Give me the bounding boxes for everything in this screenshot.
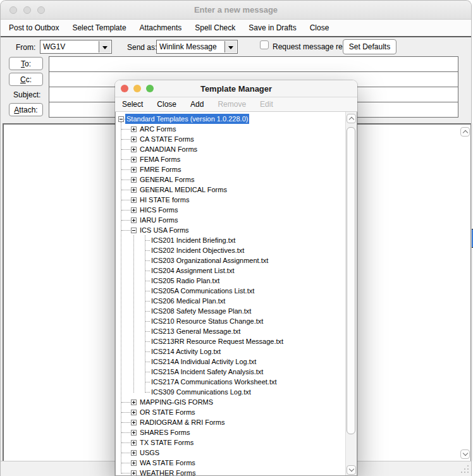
tree-item-ics215a-incident-safety-analysis-txt[interactable]: ICS215A Incident Safety Analysis.txt [116,367,345,377]
expand-plus-icon[interactable] [131,410,137,415]
expand-plus-icon[interactable] [131,197,137,203]
tree-item-fema-forms[interactable]: FEMA Forms [116,154,345,164]
dialog-titlebar[interactable]: Template Manager [115,80,357,97]
tree-item-ics210-resource-status-change-txt[interactable]: ICS210 Resource Status Change.txt [116,316,345,326]
set-defaults-button[interactable]: Set Defaults [343,39,396,54]
menu-item-select-template[interactable]: Select Template [72,23,126,32]
expand-plus-icon[interactable] [131,440,137,446]
tree-item-label: ICS203 Organizational Assignment.txt [150,255,269,265]
tree-item-label: GENERAL MEDICAL Forms [138,185,228,195]
menu-item-spell-check[interactable]: Spell Check [195,23,235,32]
tree-connector [145,240,150,241]
tree-item-hi-state-forms[interactable]: HI STATE forms [116,195,345,205]
tree-item-ics214-activity-log-txt[interactable]: ICS214 Activity Log.txt [116,346,345,357]
tree-item-shares-forms[interactable]: SHARES Forms [116,427,345,437]
expand-plus-icon[interactable] [131,126,137,132]
tree-item-ics205-radio-plan-txt[interactable]: ICS205 Radio Plan.txt [116,276,345,286]
tree-item-ics217a-communications-worksheet-txt[interactable]: ICS217A Communications Worksheet.txt [116,377,345,387]
expand-plus-icon[interactable] [131,470,137,476]
tree-item-ics204-assignment-list-txt[interactable]: ICS204 Assignment List.txt [116,265,345,276]
tree-item-wa-state-forms[interactable]: WA STATE Forms [116,458,345,468]
from-combobox[interactable]: WG1V [40,40,112,54]
tree-item-iaru-forms[interactable]: IARU Forms [116,215,345,225]
expand-plus-icon[interactable] [131,187,137,193]
tree-item-usgs[interactable]: USGS [116,448,345,458]
tree-item-label: ICS213RR Resource Request Message.txt [150,336,285,346]
expand-plus-icon[interactable] [131,207,137,213]
cc-button[interactable]: Cc: [9,73,43,86]
expand-plus-icon[interactable] [131,450,137,456]
from-label: From: [16,43,35,52]
dialog-menu-item-close[interactable]: Close [157,100,176,109]
tree-scroll-up-button[interactable] [347,114,356,123]
tree-item-label: FMRE Forms [138,164,182,174]
tree-item-general-medical-forms[interactable]: GENERAL MEDICAL Forms [116,185,345,195]
tree-item-general-forms[interactable]: GENERAL Forms [116,174,345,185]
tree-item-ics309-communications-log-txt[interactable]: ICS309 Communications Log.txt [116,387,345,397]
tree-item-mapping-gis-forms[interactable]: MAPPING-GIS FORMS [116,397,345,407]
tree-item-ca-state-forms[interactable]: CA STATE Forms [116,134,345,144]
body-scroll-down-button[interactable] [460,449,470,459]
expand-plus-icon[interactable] [131,217,137,223]
dialog-menu-item-add[interactable]: Add [190,100,204,109]
tree-connector [145,372,150,372]
from-dropdown-button[interactable] [99,41,111,52]
tree-item-ics206-medical-plan-txt[interactable]: ICS206 Medical Plan.txt [116,296,345,306]
template-tree: Standard Templates (version 1.0.228.0)AR… [115,112,357,476]
menu-item-post-to-outbox[interactable]: Post to Outbox [9,23,59,32]
tree-connector [121,149,130,150]
tree-item-fmre-forms[interactable]: FMRE Forms [116,164,345,174]
expand-plus-icon[interactable] [131,167,137,173]
tree-item-ics202-incident-objectives-txt[interactable]: ICS202 Incident Objectives.txt [116,245,345,255]
tree-scroll-down-button[interactable] [347,465,356,475]
tree-item-weather-forms[interactable]: WEATHER Forms [116,468,345,476]
expand-plus-icon[interactable] [131,430,137,436]
to-button[interactable]: To: [9,57,43,70]
tree-item-label: MAPPING-GIS FORMS [138,397,214,407]
tree-item-label: ICS217A Communications Worksheet.txt [150,377,278,387]
tree-item-ics-usa-forms[interactable]: ICS USA Forms [116,225,345,235]
tree-item-standard-templates-version-1-0-228-0[interactable]: Standard Templates (version 1.0.228.0) [116,114,345,124]
menu-item-attachments[interactable]: Attachments [140,23,182,32]
tree-item-ics213rr-resource-request-message-txt[interactable]: ICS213RR Resource Request Message.txt [116,336,345,346]
tree-item-hics-forms[interactable]: HICS Forms [116,205,345,215]
dialog-menu-item-select[interactable]: Select [122,100,143,109]
tree-item-tx-state-forms[interactable]: TX STATE Forms [116,437,345,448]
tree-item-label: ICS205 Radio Plan.txt [150,276,221,286]
expand-plus-icon[interactable] [131,157,137,162]
expand-plus-icon[interactable] [131,137,137,142]
tree-item-arc-forms[interactable]: ARC Forms [116,124,345,134]
menu-item-close[interactable]: Close [310,23,329,32]
dialog-menu-item-remove: Remove [218,100,246,109]
expand-plus-icon[interactable] [131,177,137,183]
tree-item-ics201-incident-briefing-txt[interactable]: ICS201 Incident Briefing.txt [116,235,345,245]
tree-item-ics214a-individual-activity-log-txt[interactable]: ICS214A Individual Activity Log.txt [116,357,345,367]
tree-item-canadian-forms[interactable]: CANADIAN Forms [116,144,345,154]
request-receipt-checkbox[interactable] [260,40,269,49]
expand-plus-icon[interactable] [131,400,137,405]
tree-item-ics203-organizational-assignment-txt[interactable]: ICS203 Organizational Assignment.txt [116,255,345,265]
send-as-dropdown-button[interactable] [224,41,236,52]
tree-item-ics208-safety-message-plan-txt[interactable]: ICS208 Safety Message Plan.txt [116,306,345,316]
expand-plus-icon[interactable] [131,147,137,152]
tree-item-radiogram-rri-forms[interactable]: RADIOGRAM & RRI Forms [116,417,345,427]
expand-plus-icon[interactable] [131,420,137,425]
main-titlebar[interactable]: Enter a new message [1,1,471,20]
toolbar-separator [1,36,471,37]
tree-item-ics205a-communications-list-txt[interactable]: ICS205A Communications List.txt [116,286,345,296]
send-as-combobox[interactable]: Winlink Message [156,40,238,54]
dropdown-arrow-icon [228,46,233,49]
resize-grip-icon[interactable] [461,465,469,473]
tree-item-label: HI STATE forms [138,195,190,205]
collapse-minus-icon[interactable] [118,116,124,122]
tree-item-ics213-general-message-txt[interactable]: ICS213 General Message.txt [116,326,345,336]
tree-scrollbar-thumb[interactable] [347,127,355,434]
attach-button[interactable]: Attach: [9,103,43,116]
collapse-minus-icon[interactable] [131,228,137,233]
expand-plus-icon[interactable] [131,460,137,466]
tree-scrollbar[interactable] [345,112,357,475]
menu-item-save-in-drafts[interactable]: Save in Drafts [249,23,296,32]
to-field[interactable] [49,57,458,72]
body-scroll-up-button[interactable] [460,127,470,137]
tree-item-or-state-forms[interactable]: OR STATE Forms [116,407,345,417]
